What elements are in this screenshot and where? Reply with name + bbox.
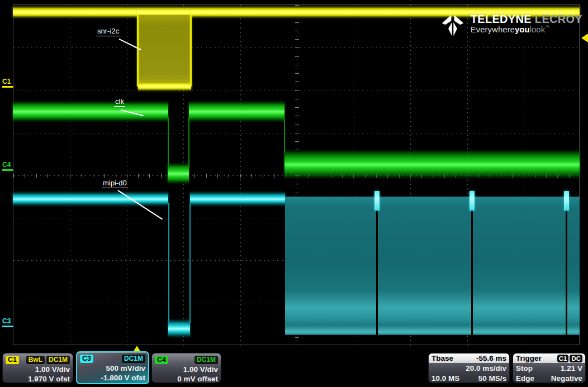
channel-descriptor-c3[interactable]: C3 DC1M 500 mV/div -1.800 V ofst (76, 351, 149, 384)
c3-offset-marker[interactable]: C3 (2, 317, 15, 327)
c1-volts-per-div: 1.00 V/div (3, 365, 73, 374)
trigger-source-badge: C1 (557, 355, 569, 362)
trigger-coupling-badge: DC (570, 355, 582, 362)
c4-offset-label: C4 (2, 161, 11, 169)
trigger-level-marker-icon[interactable] (581, 34, 588, 42)
grid-minor-ticks-vertical (295, 5, 299, 346)
c3-coupling-badge: DC1M (122, 355, 145, 363)
logo-brand-text: TELEDYNELECROY (471, 13, 582, 25)
c4-coupling-badge: DC1M (195, 356, 218, 364)
c1-channel-badge: C1 (6, 356, 19, 364)
tbase-label: Tbase (431, 354, 453, 362)
c1-offset-marker[interactable]: C1 (2, 78, 15, 88)
teledyne-lecroy-logo: TELEDYNELECROY Everywhereyoulook™ (440, 13, 582, 38)
trace-label-snr-i2c: snr-i2c (96, 27, 120, 36)
c4-offset-bar (2, 169, 13, 171)
c1-offset-label: C1 (2, 78, 11, 85)
logo-tagline-text: Everywhereyoulook™ (471, 25, 582, 34)
channel-descriptor-c4[interactable]: C4 DC1M 1.00 V/div 0 mV offset (151, 353, 221, 383)
timebase-descriptor[interactable]: Tbase -55.6 ms 20.0 ms/div 10.0 MS 50 MS… (428, 353, 510, 383)
teledyne-star-icon (440, 13, 466, 38)
trigger-label: Trigger (516, 354, 542, 362)
c1-offset-bar (2, 86, 13, 88)
c3-offset-label: C3 (2, 317, 11, 325)
trigger-mode: Stop (516, 364, 533, 372)
trace-label-mipi-d0: mipi-d0 (102, 179, 128, 188)
c3-volts-per-div: 500 mV/div (77, 364, 148, 373)
c1-offset-value: 1.970 V ofst (3, 374, 73, 383)
c3-offset-value: -1.800 V ofst (77, 373, 148, 383)
graticule-grid (13, 4, 580, 345)
oscilloscope-screen: snr-i2c clk mipi-d0 C1 C4 C3 TELEDYNELEC… (0, 0, 588, 387)
c4-volts-per-div: 1.00 V/div (152, 365, 221, 374)
c1-bwl-badge: BwL (26, 356, 45, 364)
c3-channel-badge: C3 (80, 355, 93, 363)
trigger-type: Edge (516, 374, 534, 383)
c3-offset-bar (2, 326, 13, 327)
tbase-sample-rate: 50 MS/s (478, 374, 506, 383)
c1-coupling-badge: DC1M (46, 356, 70, 364)
c4-offset-marker[interactable]: C4 (2, 161, 15, 171)
trigger-level-value: 1.21 V (561, 364, 582, 372)
trace-label-clk: clk (114, 97, 125, 107)
trigger-slope: Negative (551, 374, 582, 383)
trigger-descriptor[interactable]: Trigger C1 DC Stop 1.21 V Edge Negative (513, 353, 586, 383)
c4-offset-value: 0 mV offset (152, 374, 221, 383)
channel-descriptor-c1[interactable]: C1 BwL DC1M 1.00 V/div 1.970 V ofst (2, 353, 73, 383)
tbase-delay-value: -55.6 ms (476, 354, 506, 362)
tbase-sample-count: 10.0 MS (431, 374, 459, 383)
c4-channel-badge: C4 (155, 356, 168, 364)
tbase-time-per-div: 20.0 ms/div (466, 364, 506, 372)
